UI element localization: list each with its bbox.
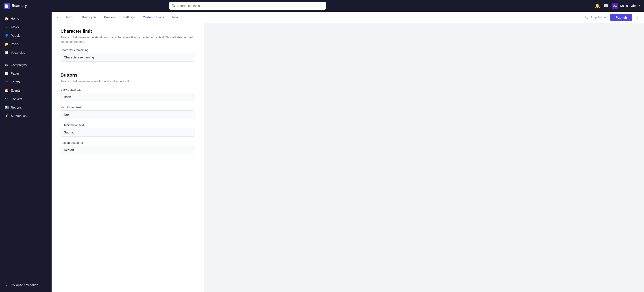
reports-icon: 📊 <box>4 106 8 110</box>
sidebar-item-convert[interactable]: ▽ Convert <box>0 95 52 103</box>
pages-icon: 📄 <box>4 71 8 75</box>
tab-preview[interactable]: Preview <box>100 12 119 23</box>
tab-settings[interactable]: Settings <box>119 12 139 23</box>
layout: 🏠 Home ✓ Tasks 👤 People 📁 Pools 📋 Vacanc… <box>0 12 644 292</box>
characters-remaining-input[interactable] <box>60 53 195 62</box>
characters-remaining-group: Characters remaining <box>60 48 195 62</box>
next-button-input[interactable] <box>60 110 195 119</box>
sidebar-item-collapse[interactable]: « Collapse navigation <box>0 281 52 289</box>
restart-button-group: Restart button text <box>60 141 195 154</box>
content-scroll: Character limit This is to help users un… <box>52 23 644 292</box>
info-icon: ⓘ <box>585 15 588 19</box>
people-icon: 👤 <box>4 34 8 38</box>
events-icon: 📅 <box>4 88 8 93</box>
sidebar-bottom: « Collapse navigation <box>0 277 52 289</box>
sidebar: 🏠 Home ✓ Tasks 👤 People 📁 Pools 📋 Vacanc… <box>0 12 52 292</box>
next-button-group: Next button text <box>60 106 195 119</box>
characters-remaining-label: Characters remaining <box>60 48 195 52</box>
user-name: Kasia Zydek <box>620 4 637 8</box>
sidebar-item-vacancies[interactable]: 📋 Vacancies <box>0 48 52 57</box>
character-limit-title: Character limit <box>60 29 195 34</box>
sidebar-item-label: Tasks <box>11 25 19 29</box>
buttons-title: Buttons <box>60 73 195 78</box>
next-button-label: Next button text <box>60 106 195 109</box>
tasks-icon: ✓ <box>4 25 8 29</box>
sidebar-item-label: Forms <box>11 80 20 84</box>
character-limit-section: Character limit This is to help users un… <box>60 29 195 62</box>
buttons-desc: This is to help users navigate through a… <box>60 79 195 84</box>
sub-nav: ‹ Form Thank you Preview Settings Custom… <box>52 12 644 23</box>
logo: Beamery <box>4 3 33 9</box>
sidebar-item-people[interactable]: 👤 People <box>0 31 52 40</box>
sidebar-item-label: Home <box>11 17 19 20</box>
content-center: Character limit This is to help users un… <box>52 23 204 292</box>
character-limit-desc: This is to help users understand how man… <box>60 35 195 44</box>
content-right <box>204 23 644 292</box>
sidebar-item-reports[interactable]: 📊 Reports <box>0 103 52 112</box>
notifications-button[interactable]: 🔔 <box>595 3 600 8</box>
status-text: Not published <box>590 16 608 19</box>
submit-button-input[interactable] <box>60 128 195 137</box>
home-icon: 🏠 <box>4 16 8 21</box>
sidebar-item-label: People <box>11 34 21 37</box>
sidebar-item-home[interactable]: 🏠 Home <box>0 14 52 23</box>
search-input[interactable] <box>177 4 323 8</box>
bookmarks-button[interactable]: 📖 <box>604 3 608 8</box>
sidebar-item-pages[interactable]: 📄 Pages <box>0 69 52 78</box>
sidebar-item-forms[interactable]: ☰ Forms <box>0 78 52 86</box>
forms-icon: ☰ <box>4 80 8 84</box>
beamery-logo <box>4 3 10 9</box>
sidebar-item-label: Pages <box>11 72 20 75</box>
convert-icon: ▽ <box>4 97 8 101</box>
sidebar-item-label: Events <box>11 89 20 92</box>
sidebar-item-label: Automation <box>11 114 27 118</box>
sidebar-item-automation[interactable]: ⚡ Automation <box>0 112 52 120</box>
sidebar-divider-bottom <box>0 279 52 279</box>
restart-button-input[interactable] <box>60 146 195 154</box>
automation-icon: ⚡ <box>4 114 8 118</box>
restart-button-label: Restart button text <box>60 141 195 145</box>
tab-thank-you[interactable]: Thank you <box>77 12 100 23</box>
sidebar-item-label: Reports <box>11 106 22 109</box>
top-nav: Beamery 🔍 🔔 📖 KZ Kasia Zydek ▾ <box>0 0 644 12</box>
sidebar-item-campaigns[interactable]: ✉ Campaigns <box>0 61 52 69</box>
vacancies-icon: 📋 <box>4 51 8 55</box>
sidebar-item-label: Vacancies <box>11 51 25 54</box>
buttons-section: Buttons This is to help users navigate t… <box>60 73 195 154</box>
avatar: KZ <box>612 3 618 9</box>
section-divider <box>60 67 195 67</box>
chevron-down-icon: ▾ <box>639 4 640 7</box>
sidebar-item-tasks[interactable]: ✓ Tasks <box>0 23 52 31</box>
back-button-group: Back button text <box>60 88 195 101</box>
tab-form[interactable]: Form <box>62 12 77 23</box>
back-button[interactable]: ‹ <box>56 14 59 21</box>
campaigns-icon: ✉ <box>4 63 8 67</box>
sidebar-item-pools[interactable]: 📁 Pools <box>0 40 52 48</box>
logo-text: Beamery <box>12 4 27 8</box>
search-bar[interactable]: 🔍 <box>169 2 326 10</box>
tab-customizations[interactable]: Customizations <box>138 12 168 23</box>
top-nav-right: 🔔 📖 KZ Kasia Zydek ▾ <box>595 3 640 9</box>
sidebar-item-label: Pools <box>11 42 18 46</box>
sidebar-collapse-label: Collapse navigation <box>11 283 38 287</box>
submit-button-label: Submit button text <box>60 123 195 127</box>
sidebar-item-events[interactable]: 📅 Events <box>0 86 52 95</box>
sidebar-divider <box>0 59 52 59</box>
not-published-status: ⓘ Not published <box>585 15 608 19</box>
tab-pool[interactable]: Pool <box>168 12 182 23</box>
back-button-label: Back button text <box>60 88 195 91</box>
sub-nav-right: ⓘ Not published Publish ⋮ <box>585 14 640 21</box>
pools-icon: 📁 <box>4 42 8 46</box>
submit-button-group: Submit button text <box>60 123 195 137</box>
sidebar-item-label: Campaigns <box>11 63 27 67</box>
sidebar-item-label: Convert <box>11 97 22 101</box>
back-button-input[interactable] <box>60 93 195 101</box>
more-options-button[interactable]: ⋮ <box>635 15 640 20</box>
user-menu[interactable]: KZ Kasia Zydek ▾ <box>612 3 640 9</box>
search-icon: 🔍 <box>172 4 176 8</box>
main: ‹ Form Thank you Preview Settings Custom… <box>52 12 644 292</box>
publish-button[interactable]: Publish <box>610 14 632 21</box>
collapse-icon: « <box>4 283 8 287</box>
